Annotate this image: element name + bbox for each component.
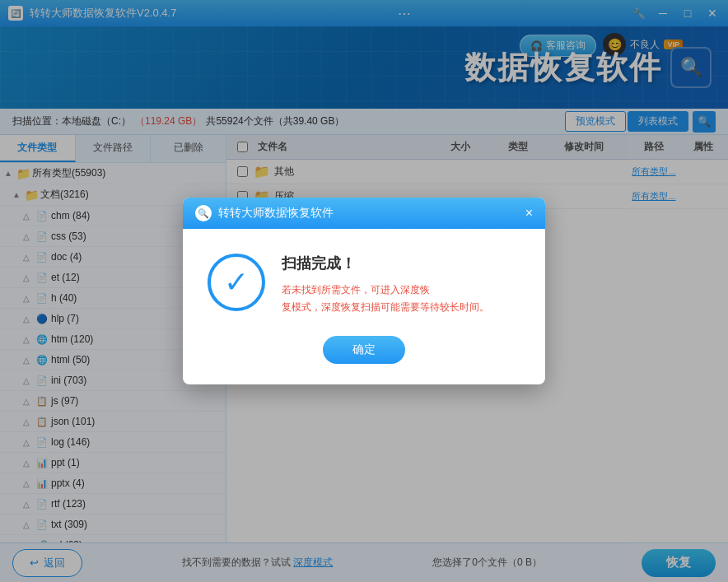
modal-complete-title: 扫描完成！ [282, 254, 520, 273]
modal-footer: 确定 [183, 336, 545, 384]
modal-dialog: 🔍 转转大师数据恢复软件 × ✓ 扫描完成！ 若未找到所需文件，可进入深度恢 复… [183, 198, 545, 384]
success-circle: ✓ [208, 254, 265, 311]
modal-text-area: 扫描完成！ 若未找到所需文件，可进入深度恢 复模式，深度恢复扫描可能需要等待较长… [282, 254, 520, 315]
modal-title-text: 转转大师数据恢复软件 [218, 206, 334, 221]
modal-header: 🔍 转转大师数据恢复软件 × [183, 198, 545, 229]
confirm-button[interactable]: 确定 [323, 336, 405, 364]
modal-overlay[interactable]: 🔍 转转大师数据恢复软件 × ✓ 扫描完成！ 若未找到所需文件，可进入深度恢 复… [0, 0, 728, 582]
check-icon: ✓ [224, 265, 249, 300]
modal-close-button[interactable]: × [525, 206, 533, 221]
modal-search-icon: 🔍 [195, 205, 212, 221]
modal-body: ✓ 扫描完成！ 若未找到所需文件，可进入深度恢 复模式，深度恢复扫描可能需要等待… [183, 229, 545, 336]
modal-description: 若未找到所需文件，可进入深度恢 复模式，深度恢复扫描可能需要等待较长时间。 [282, 282, 520, 315]
